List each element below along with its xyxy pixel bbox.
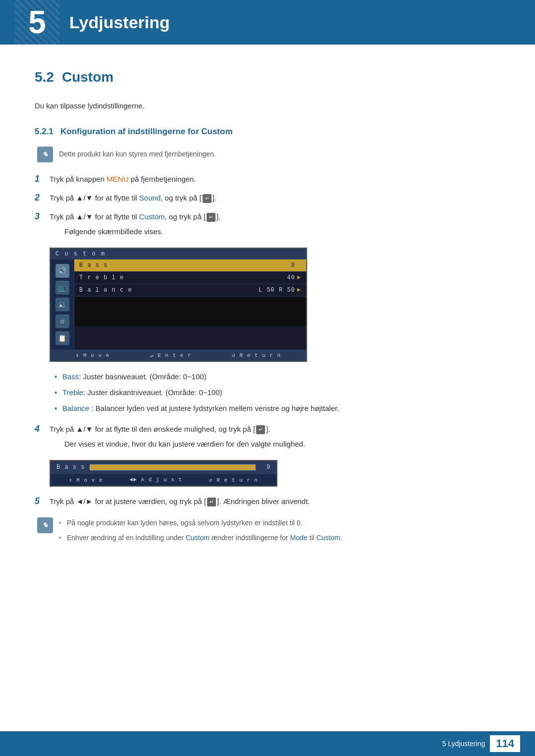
bullet-treble: Treble: Juster diskantniveauet. (Område:…: [54, 387, 500, 399]
step-1-text: Tryk på knappen MENU på fjernbetjeningen…: [50, 173, 196, 185]
screen-empty-area: [74, 297, 306, 326]
screen-small-label: B a s s: [56, 464, 85, 471]
note-text: Dette produkt kan kun styres med fjernbe…: [59, 147, 216, 159]
note-box: ✎ Dette produkt kan kun styres med fjern…: [37, 147, 500, 162]
subsection-number: 5.2.1: [35, 127, 54, 136]
screen-small-footer: ⇕ M o v e ◄► A d j u s t ↺ R e t u r n: [51, 474, 276, 486]
screen-small-move: ⇕ M o v e: [69, 477, 103, 483]
screen-item-treble-val: 40 ►: [287, 274, 301, 281]
chapter-title: Lydjustering: [69, 13, 170, 32]
screen-balance-arrow: ►: [297, 287, 301, 294]
step-3-custom-highlight: Custom: [139, 212, 165, 221]
screen-content-area: 🔊 📺 🔉 ⚙ 📋 B a s s 9 ► T r e b l e: [51, 259, 306, 350]
screen-main-area: B a s s 9 ► T r e b l e 40 ► B a l a n c…: [74, 259, 306, 350]
step-2-number: 2: [35, 192, 45, 203]
bullet-treble-highlight: Treble: [62, 388, 83, 397]
screen-icon-settings: ⚙: [55, 314, 69, 328]
step-4-enter-key: ↵: [256, 425, 265, 434]
section-number: 5.2: [35, 69, 54, 85]
screen-mockup-1: C u s t o m 🔊 📺 🔉 ⚙ 📋 B a s s 9 ►: [50, 248, 307, 362]
bullet-balance: Balance : Balancer lyden ved at justere …: [54, 403, 500, 414]
screen-icon-volume: 🔉: [55, 298, 69, 311]
step-5-number: 5: [35, 496, 45, 506]
sub-bullet-2-custom2: Custom: [317, 534, 340, 542]
screen-item-balance: B a l a n c e L 50 R 50 ►: [74, 284, 306, 297]
screen-item-balance-val: L 50 R 50 ►: [259, 287, 301, 294]
bullet-list: Bass: Juster basniveauet. (Område: 0~100…: [54, 371, 500, 414]
step-3-text: Tryk på ▲/▼ for at flytte til Custom, og…: [50, 212, 220, 221]
section-heading: 5.2 Custom: [35, 69, 500, 85]
bullet-balance-highlight: Balance: [62, 404, 89, 412]
chapter-number-box: 5: [15, 0, 59, 45]
screen-footer-move: ⇕ M o v e: [76, 352, 109, 358]
step-3-enter-key: ↵: [207, 213, 215, 222]
subsection-title: Konfiguration af indstillingerne for Cus…: [60, 127, 233, 136]
step-2: 2 Tryk på ▲/▼ for at flytte til Sound, o…: [35, 192, 500, 204]
screen-footer-enter: ↵ E n t e r: [150, 352, 192, 358]
step-2-text: Tryk på ▲/▼ for at flytte til Sound, og …: [50, 192, 216, 204]
bullet-bass: Bass: Juster basniveauet. (Område: 0~100…: [54, 371, 500, 383]
step-1: 1 Tryk på knappen MENU på fjernbetjening…: [35, 173, 500, 185]
steps-list-2: 4 Tryk på ▲/▼ for at flytte til den ønsk…: [35, 423, 500, 450]
screen-small-return: ↺ R e t u r n: [209, 477, 258, 483]
screen-footer-1: ⇕ M o v e ↵ E n t e r ↺ R e t u r n: [51, 350, 306, 361]
screen-footer-return: ↺ R e t u r n: [232, 352, 281, 358]
step-4-number: 4: [35, 423, 45, 434]
screen-item-balance-label: B a l a n c e: [79, 287, 132, 294]
screen-mockup-2: B a s s 9 ⇕ M o v e ◄► A d j u s t ↺ R e…: [50, 460, 277, 487]
step-3-number: 3: [35, 211, 45, 222]
steps-list-3: 5 Tryk på ◄/► for at justere værdien, og…: [35, 496, 500, 507]
subsection-heading: 5.2.1 Konfiguration af indstillingerne f…: [35, 127, 500, 137]
step-5-enter-key: ↵: [207, 498, 216, 506]
screen-title-bar: C u s t o m: [51, 249, 306, 259]
screen-item-bass: B a s s 9 ►: [74, 259, 306, 272]
screen-small-adjust: ◄► A d j u s t: [130, 477, 182, 483]
header-banner: 5 Lydjustering: [0, 0, 535, 45]
note-icon: ✎: [37, 147, 53, 162]
chapter-number: 5: [28, 4, 46, 41]
footer-chapter-label: 5 Lydjustering: [442, 740, 485, 748]
screen-icon-sound: 🔊: [55, 264, 69, 278]
bullet-bass-highlight: Bass: [62, 372, 79, 381]
step-4: 4 Tryk på ▲/▼ for at flytte til den ønsk…: [35, 423, 500, 450]
screen-icon-menu: 📋: [55, 331, 69, 345]
step-4-sub: Der vises et vindue, hvor du kan justere…: [64, 438, 305, 450]
step-5-text: Tryk på ◄/► for at justere værdien, og t…: [50, 496, 310, 507]
step-2-enter-key: ↵: [203, 194, 212, 203]
screen-item-treble-label: T r e b l e: [79, 274, 124, 281]
page-footer: 5 Lydjustering 114: [0, 731, 535, 756]
sub-bullet-2: Enhver ændring af en indstilling under C…: [59, 532, 498, 543]
sub-bullet-2-mode: Mode: [290, 534, 308, 542]
sub-note-content: På nogle produkter kan lyden høres, også…: [59, 517, 498, 548]
footer-page-number: 114: [490, 735, 520, 752]
screen-item-bass-val: 9 ►: [291, 262, 301, 269]
step-4-text: Tryk på ▲/▼ for at flytte til den ønsked…: [50, 425, 270, 433]
sub-note-icon: ✎: [37, 517, 53, 533]
description: Du kan tilpasse lydindstillingerne.: [35, 100, 500, 112]
screen-item-bass-label: B a s s: [79, 262, 107, 269]
step-5: 5 Tryk på ◄/► for at justere værdien, og…: [35, 496, 500, 507]
screen-icon-display: 📺: [55, 281, 69, 295]
steps-list: 1 Tryk på knappen MENU på fjernbetjening…: [35, 173, 500, 238]
screen-small-row: B a s s 9: [51, 461, 276, 474]
screen-item-treble: T r e b l e 40 ►: [74, 272, 306, 284]
step-3: 3 Tryk på ▲/▼ for at flytte til Custom, …: [35, 211, 500, 238]
sub-bullet-1: På nogle produkter kan lyden høres, også…: [59, 517, 498, 528]
main-content: 5.2 Custom Du kan tilpasse lydindstillin…: [0, 45, 535, 596]
section-title: Custom: [62, 69, 113, 85]
screen-bass-arrow: ►: [297, 262, 301, 269]
slider-val: 9: [261, 464, 270, 471]
step-2-sound-highlight: Sound: [139, 194, 160, 202]
step-1-menu-highlight: MENU: [107, 175, 128, 183]
step-3-sub: Følgende skærmbillede vises.: [64, 226, 220, 238]
step-1-number: 1: [35, 173, 45, 184]
sub-note-box: ✎ På nogle produkter kan lyden høres, og…: [37, 517, 498, 548]
sub-bullet-2-custom: Custom: [186, 534, 210, 542]
screen-treble-arrow: ►: [297, 274, 301, 281]
slider-bar: [90, 464, 256, 470]
screen-sidebar: 🔊 📺 🔉 ⚙ 📋: [51, 259, 74, 350]
sub-bullet-list: På nogle produkter kan lyden høres, også…: [59, 517, 498, 544]
